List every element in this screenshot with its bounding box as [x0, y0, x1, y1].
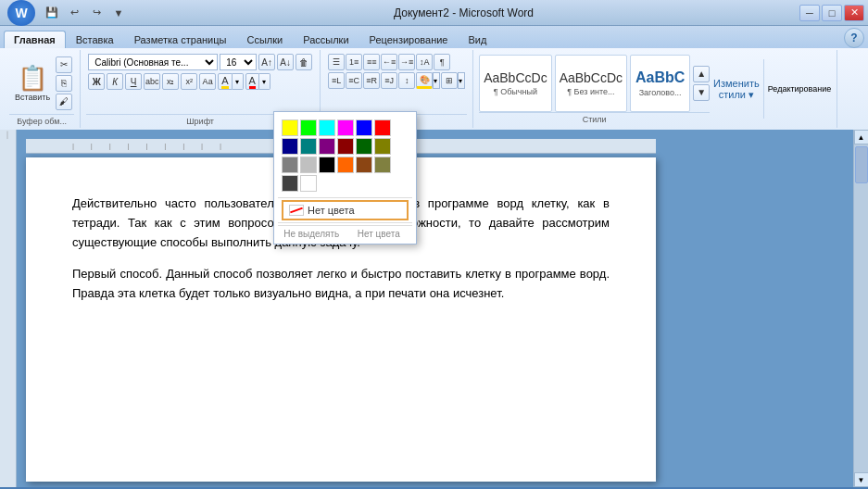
change-case-button[interactable]: Аа — [199, 73, 216, 90]
color-swatch[interactable] — [300, 119, 317, 136]
color-swatch[interactable] — [319, 157, 335, 173]
cut-button[interactable]: ✂ — [56, 56, 72, 73]
quick-save[interactable]: 💾 — [43, 5, 61, 21]
no-highlight-option[interactable]: Не выделять — [278, 228, 346, 240]
show-formatting-button[interactable]: ¶ — [434, 54, 450, 70]
paste-button[interactable]: 📋 Вставить — [11, 62, 54, 104]
color-swatch[interactable] — [374, 138, 391, 155]
color-swatch[interactable] — [319, 138, 335, 155]
color-swatch[interactable] — [337, 138, 354, 155]
color-swatch[interactable] — [300, 138, 317, 155]
color-swatch[interactable] — [356, 157, 372, 173]
clipboard-content: 📋 Вставить ✂ ⎘ 🖌 — [9, 52, 74, 114]
scroll-up-button[interactable]: ▲ — [854, 130, 869, 144]
strike-button[interactable]: abc — [144, 73, 160, 90]
italic-button[interactable]: К — [107, 73, 123, 90]
font-grow-button[interactable]: A↑ — [258, 54, 275, 70]
style-no-spacing[interactable]: AaBbCcDc ¶ Без инте... — [555, 55, 627, 112]
shading-dropdown[interactable]: ▾ — [433, 72, 440, 89]
maximize-button[interactable]: □ — [822, 5, 842, 21]
quick-undo[interactable]: ↩ — [65, 5, 83, 21]
style-normal-label: ¶ Обычный — [494, 87, 537, 96]
align-center-button[interactable]: ≡C — [346, 72, 362, 89]
highlight-color-button[interactable]: А — [218, 73, 232, 90]
color-swatch[interactable] — [374, 119, 391, 136]
font-content: Calibri (Основная те... 16 A↑ A↓ 🗑 Ж К Ч… — [86, 52, 314, 114]
tooltip-divider — [278, 222, 412, 223]
styles-up[interactable]: ▲ — [693, 66, 710, 82]
style-normal[interactable]: AaBbCcDc ¶ Обычный — [479, 55, 551, 112]
office-logo: W — [15, 6, 27, 20]
color-swatch[interactable] — [282, 157, 298, 173]
tooltip-bar: Не выделять Нет цвета — [278, 225, 412, 240]
scroll-down-button[interactable]: ▼ — [854, 472, 869, 487]
minimize-button[interactable]: ─ — [799, 5, 820, 21]
color-swatch[interactable] — [282, 175, 298, 192]
numbering-button[interactable]: 1≡ — [346, 54, 362, 70]
style-heading1-label: Заголово... — [639, 88, 682, 97]
color-swatch[interactable] — [337, 119, 354, 136]
increase-indent-button[interactable]: →≡ — [398, 54, 415, 70]
underline-button[interactable]: Ч — [125, 73, 142, 90]
font-size-select[interactable]: 16 — [220, 54, 257, 70]
color-swatch[interactable] — [282, 138, 298, 155]
copy-button[interactable]: ⎘ — [56, 75, 72, 92]
highlight-color-dropdown[interactable]: ▾ — [233, 73, 244, 90]
font-name-select[interactable]: Calibri (Основная те... — [88, 54, 218, 70]
clear-format-button[interactable]: 🗑 — [296, 54, 312, 70]
border-button[interactable]: ⊞ — [441, 72, 458, 89]
style-heading1[interactable]: AaBbC Заголово... — [630, 55, 690, 112]
styles-down[interactable]: ▼ — [693, 84, 710, 101]
bold-button[interactable]: Ж — [88, 73, 105, 90]
color-swatch[interactable] — [337, 157, 354, 173]
change-styles-button[interactable]: Изменитьстили ▾ — [713, 78, 760, 101]
style-normal-preview: AaBbCcDc — [484, 70, 547, 85]
align-left-button[interactable]: ≡L — [328, 72, 345, 89]
color-swatch[interactable] — [356, 138, 372, 155]
font-color-dropdown[interactable]: ▾ — [259, 73, 270, 90]
office-button[interactable]: W — [7, 0, 35, 26]
font-shrink-button[interactable]: A↓ — [277, 54, 294, 70]
tab-mailings[interactable]: Рассылки — [293, 31, 359, 48]
color-swatch[interactable] — [282, 119, 298, 136]
styles-nav: ▲ ▼ — [693, 66, 710, 101]
multilevel-button[interactable]: ≡≡ — [363, 54, 380, 70]
document-scroll-area[interactable]: | | | | | | | | | Действительно часто по… — [17, 130, 853, 487]
help-button[interactable]: ? — [844, 28, 864, 48]
line-spacing-button[interactable]: ↕ — [398, 72, 415, 89]
align-justify-button[interactable]: ≡J — [381, 72, 397, 89]
quick-more[interactable]: ▼ — [109, 5, 128, 21]
tab-review[interactable]: Рецензирование — [359, 31, 459, 48]
font-color-wrap: А ▾ — [245, 73, 270, 90]
close-button[interactable]: ✕ — [844, 5, 864, 21]
tab-references[interactable]: Ссылки — [236, 31, 293, 48]
tab-insert[interactable]: Вставка — [66, 31, 124, 48]
scroll-track[interactable] — [854, 144, 868, 472]
tab-home[interactable]: Главная — [4, 31, 66, 48]
align-buttons-row: ≡L ≡C ≡R ≡J ↕ 🎨 ▾ ⊞ ▾ — [328, 72, 465, 89]
tab-layout[interactable]: Разметка страницы — [124, 31, 237, 48]
format-painter-button[interactable]: 🖌 — [56, 94, 72, 110]
quick-redo[interactable]: ↪ — [87, 5, 106, 21]
scroll-thumb[interactable] — [855, 146, 868, 183]
editing-button[interactable]: Редактирование — [768, 84, 832, 94]
superscript-button[interactable]: x² — [181, 73, 197, 90]
no-color-option[interactable]: Нет цвета — [346, 228, 413, 240]
shading-button[interactable]: 🎨 — [416, 72, 433, 89]
color-swatch[interactable] — [300, 175, 317, 192]
color-swatch[interactable] — [300, 157, 317, 173]
color-swatch[interactable] — [319, 119, 335, 136]
color-swatch[interactable] — [374, 157, 391, 173]
align-right-button[interactable]: ≡R — [363, 72, 380, 89]
bullets-button[interactable]: ☰ — [328, 54, 345, 70]
font-color-button[interactable]: А — [245, 73, 259, 90]
border-dropdown[interactable]: ▾ — [458, 72, 465, 89]
color-swatch[interactable] — [356, 119, 372, 136]
no-color-button[interactable]: Нет цвета — [282, 200, 409, 220]
vertical-scrollbar[interactable]: ▲ ▼ — [853, 130, 868, 487]
tab-view[interactable]: Вид — [459, 31, 497, 48]
paste-icon: 📋 — [18, 64, 47, 93]
decrease-indent-button[interactable]: ←≡ — [381, 54, 397, 70]
subscript-button[interactable]: x₂ — [162, 73, 179, 90]
sort-button[interactable]: ↕A — [416, 54, 433, 70]
